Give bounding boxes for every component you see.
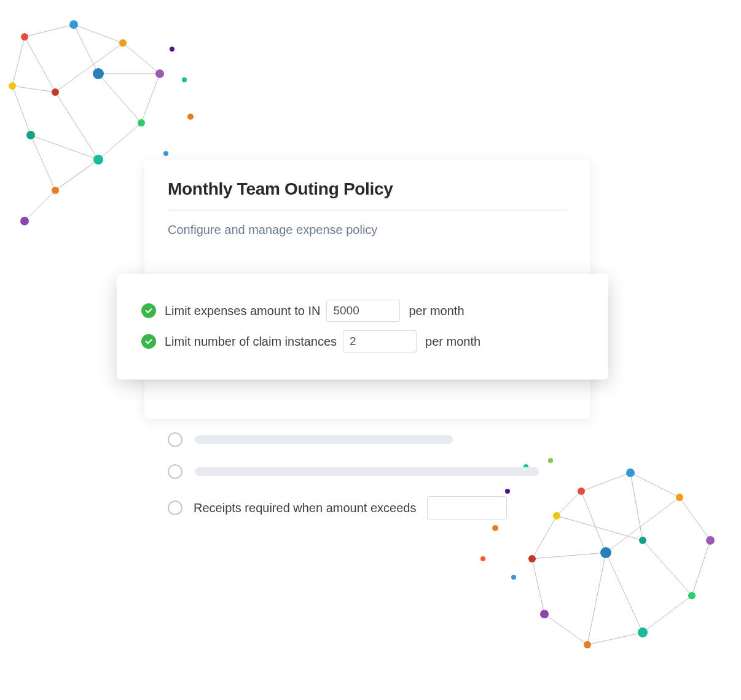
svg-point-20 bbox=[706, 536, 715, 545]
svg-point-23 bbox=[584, 641, 591, 648]
claim-limit-label-lead: Limit number of claim instances bbox=[165, 335, 337, 349]
svg-point-19 bbox=[676, 494, 683, 501]
svg-point-8 bbox=[93, 68, 104, 79]
svg-point-27 bbox=[600, 547, 611, 558]
svg-point-1 bbox=[69, 20, 78, 29]
svg-point-3 bbox=[155, 69, 164, 78]
svg-point-21 bbox=[688, 592, 696, 599]
expense-limit-input[interactable] bbox=[326, 300, 400, 322]
placeholder-bar bbox=[195, 435, 453, 444]
svg-point-7 bbox=[20, 217, 29, 225]
check-icon bbox=[141, 303, 156, 318]
expense-limit-label-tail: per month bbox=[409, 304, 464, 318]
svg-point-12 bbox=[170, 47, 174, 52]
policy-card-lower: Receipts required when amount exceeds bbox=[144, 405, 590, 542]
svg-point-10 bbox=[9, 82, 16, 90]
svg-point-9 bbox=[52, 88, 59, 96]
radio-icon[interactable] bbox=[168, 500, 182, 515]
svg-point-14 bbox=[187, 114, 194, 120]
svg-point-28 bbox=[639, 537, 646, 544]
claim-limit-input[interactable] bbox=[343, 330, 417, 352]
svg-point-13 bbox=[182, 77, 187, 82]
placeholder-rule-2 bbox=[168, 464, 567, 479]
claim-limit-rule: Limit number of claim instances per mont… bbox=[141, 330, 584, 352]
divider bbox=[168, 210, 567, 211]
svg-point-34 bbox=[480, 556, 485, 561]
claim-limit-label-tail: per month bbox=[425, 335, 480, 349]
rules-popout: Limit expenses amount to IN per month Li… bbox=[117, 274, 608, 379]
svg-point-22 bbox=[638, 628, 648, 637]
svg-point-11 bbox=[26, 131, 35, 139]
svg-point-5 bbox=[93, 155, 103, 165]
radio-icon[interactable] bbox=[168, 432, 182, 447]
check-icon bbox=[141, 334, 156, 349]
svg-point-15 bbox=[163, 151, 168, 156]
receipts-threshold-input[interactable] bbox=[427, 496, 507, 519]
svg-point-0 bbox=[21, 33, 28, 41]
svg-point-18 bbox=[626, 469, 635, 477]
svg-point-25 bbox=[528, 555, 536, 562]
svg-point-32 bbox=[511, 575, 516, 580]
svg-point-4 bbox=[138, 119, 145, 126]
radio-icon[interactable] bbox=[168, 464, 182, 479]
policy-subtitle: Configure and manage expense policy bbox=[168, 223, 567, 237]
placeholder-bar bbox=[195, 467, 539, 476]
receipts-rule: Receipts required when amount exceeds bbox=[168, 496, 567, 519]
svg-point-6 bbox=[52, 187, 59, 194]
svg-point-24 bbox=[540, 610, 549, 618]
receipts-label: Receipts required when amount exceeds bbox=[194, 501, 416, 515]
expense-limit-label-lead: Limit expenses amount to IN bbox=[165, 304, 320, 318]
svg-point-2 bbox=[119, 39, 127, 47]
expense-limit-rule: Limit expenses amount to IN per month bbox=[141, 300, 584, 322]
placeholder-rule-1 bbox=[168, 432, 567, 447]
policy-title: Monthly Team Outing Policy bbox=[168, 179, 567, 199]
